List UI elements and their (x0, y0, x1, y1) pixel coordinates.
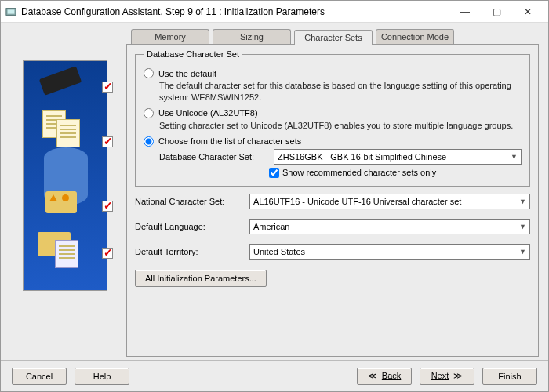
radio-use-unicode[interactable] (144, 108, 154, 118)
chevron-down-icon: ▼ (511, 153, 518, 161)
default-territory-select[interactable]: United States ▼ (249, 244, 530, 260)
show-recommended-label: Show recommended character sets only (282, 168, 436, 177)
tab-bar: Memory Sizing Character Sets Connection … (131, 29, 539, 44)
close-button[interactable]: ✕ (512, 2, 544, 22)
all-init-params-button[interactable]: All Initialization Parameters... (135, 270, 267, 287)
tab-panel: Database Character Set Use the default T… (126, 44, 539, 357)
window: Database Configuration Assistant, Step 9… (0, 0, 549, 392)
tab-character-sets[interactable]: Character Sets (294, 30, 373, 45)
chevron-down-icon: ▼ (519, 198, 526, 205)
titlebar: Database Configuration Assistant, Step 9… (1, 1, 548, 23)
radio-use-unicode-label: Use Unicode (AL32UTF8) (158, 108, 258, 118)
next-button[interactable]: Next ≫ (420, 368, 474, 385)
default-territory-value: United States (253, 247, 305, 256)
wizard-image (23, 60, 107, 291)
db-charset-legend: Database Character Set (144, 49, 242, 59)
tab-memory[interactable]: Memory (131, 29, 209, 44)
db-charset-group: Database Character Set Use the default T… (135, 49, 530, 187)
cancel-button[interactable]: Cancel (12, 368, 67, 385)
radio-use-default-label: Use the default (158, 69, 216, 78)
svg-rect-1 (8, 9, 15, 13)
default-territory-label: Default Territory: (135, 247, 243, 256)
db-charset-select[interactable]: ZHS16GBK - GBK 16-bit Simplified Chinese… (274, 149, 522, 165)
tab-connection-mode[interactable]: Connection Mode (376, 29, 454, 44)
use-unicode-desc: Setting character set to Unicode (AL32UT… (159, 120, 522, 132)
minimize-button[interactable]: — (449, 2, 481, 22)
app-icon (5, 6, 16, 17)
footer: Cancel Help ≪ Back Next ≫ Finish (1, 360, 548, 391)
show-recommended-checkbox[interactable] (269, 168, 279, 178)
help-button[interactable]: Help (75, 368, 129, 385)
db-charset-value: ZHS16GBK - GBK 16-bit Simplified Chinese (278, 152, 446, 162)
radio-choose-list[interactable] (144, 136, 154, 147)
maximize-button[interactable]: ▢ (481, 2, 512, 22)
national-charset-label: National Character Set: (135, 197, 243, 206)
finish-button[interactable]: Finish (482, 368, 537, 385)
db-charset-label: Database Character Set: (159, 152, 267, 162)
wizard-sidebar (10, 29, 120, 357)
back-button[interactable]: ≪ Back (357, 368, 412, 385)
default-language-select[interactable]: American ▼ (249, 219, 530, 234)
radio-choose-list-label: Choose from the list of character sets (158, 136, 301, 146)
national-charset-value: AL16UTF16 - Unicode UTF-16 Universal cha… (253, 197, 461, 206)
tab-sizing[interactable]: Sizing (213, 29, 291, 44)
chevron-down-icon: ▼ (519, 223, 526, 230)
window-title: Database Configuration Assistant, Step 9… (21, 6, 449, 17)
national-charset-select[interactable]: AL16UTF16 - Unicode UTF-16 Universal cha… (249, 194, 530, 209)
chevron-down-icon: ▼ (519, 248, 526, 256)
default-language-label: Default Language: (135, 222, 243, 231)
radio-use-default[interactable] (144, 68, 154, 78)
default-language-value: American (253, 222, 289, 231)
use-default-desc: The default character set for this datab… (159, 80, 522, 103)
